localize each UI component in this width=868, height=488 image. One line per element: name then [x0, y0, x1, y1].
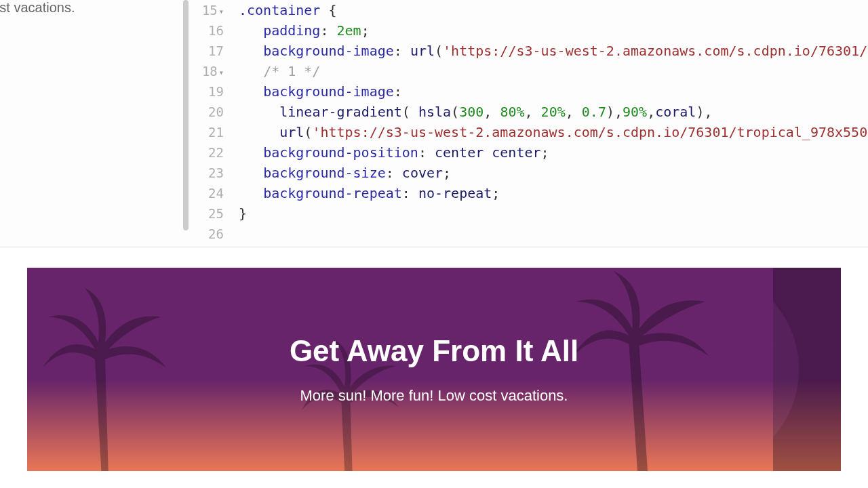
line-number: 15▾ — [190, 0, 233, 20]
line-number: 17 — [190, 41, 233, 61]
hero-subheading: More sun! More fun! Low cost vacations. — [27, 387, 841, 405]
preview-pane: Get Away From It All More sun! More fun!… — [0, 247, 868, 488]
line-number-gutter: 15▾161718▾1920212223242526 — [190, 0, 233, 244]
code-line[interactable]: background-size: cover; — [239, 163, 868, 183]
code-line[interactable]: background-image: — [239, 81, 868, 102]
code-line[interactable]: /* 1 */ — [239, 61, 868, 81]
code-line[interactable]: } — [239, 203, 868, 224]
line-number: 26 — [190, 224, 233, 244]
line-number: 24 — [190, 183, 233, 203]
code-line[interactable]: url('https://s3-us-west-2.amazonaws.com/… — [239, 122, 868, 142]
fold-icon[interactable]: ▾ — [219, 68, 224, 77]
css-editor-pane[interactable]: 15▾161718▾1920212223242526 .container { … — [190, 0, 868, 247]
code-line[interactable]: background-image: url('https://s3-us-wes… — [239, 41, 868, 61]
editor-row: Low cost vacations. 15▾161718▾1920212223… — [0, 0, 868, 247]
html-text-fragment: Low cost vacations. — [0, 0, 125, 16]
line-number: 16 — [190, 20, 233, 41]
code-line[interactable]: background-position: center center; — [239, 142, 868, 163]
html-editor-pane[interactable]: Low cost vacations. — [0, 0, 190, 247]
line-number: 21 — [190, 122, 233, 142]
line-number: 25 — [190, 203, 233, 224]
hero-container: Get Away From It All More sun! More fun!… — [27, 268, 841, 471]
code-line[interactable]: .container { — [239, 0, 868, 20]
line-number: 22 — [190, 142, 233, 163]
line-number: 19 — [190, 81, 233, 102]
line-number: 18▾ — [190, 61, 233, 81]
css-code-body[interactable]: .container { padding: 2em; background-im… — [239, 0, 868, 244]
hero-heading: Get Away From It All — [27, 334, 841, 368]
code-line[interactable]: padding: 2em; — [239, 20, 868, 41]
line-number: 23 — [190, 163, 233, 183]
fold-icon[interactable]: ▾ — [219, 7, 224, 16]
scrollbar-vertical[interactable] — [183, 0, 189, 230]
code-line[interactable]: linear-gradient( hsla(300, 80%, 20%, 0.7… — [239, 102, 868, 122]
code-line[interactable]: background-repeat: no-repeat; — [239, 183, 868, 203]
code-line[interactable] — [239, 224, 868, 244]
background-silhouettes — [27, 268, 841, 471]
line-number: 20 — [190, 102, 233, 122]
